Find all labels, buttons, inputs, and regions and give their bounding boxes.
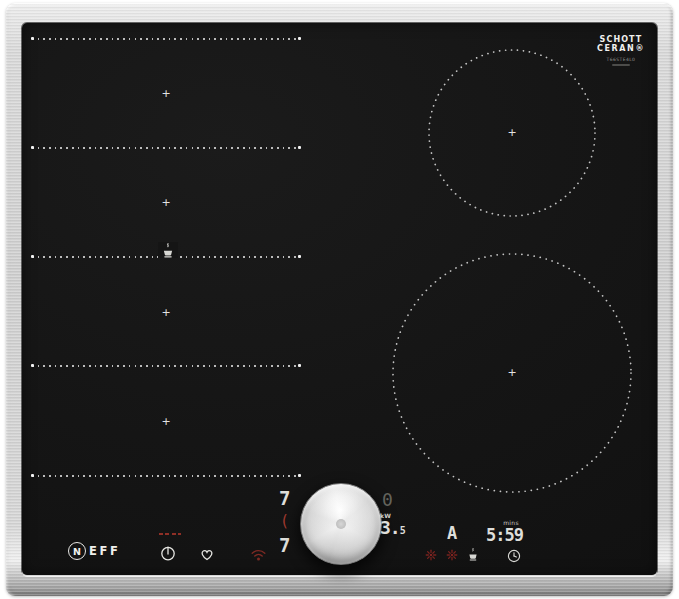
zone-center-marker: + (160, 416, 172, 427)
power-display: kW 3.5 (380, 513, 405, 540)
timer-value-display: 5:59 (486, 525, 523, 545)
schott-logo-line1: SCHOTT (592, 35, 650, 44)
pan-steam-icon[interactable] (466, 547, 480, 561)
power-value-main: 3. (380, 517, 400, 538)
flex-zone-line (32, 475, 300, 477)
pan-steam-icon (158, 242, 178, 258)
ceramic-glass-surface: + + + + + + SCHOTT (22, 23, 657, 575)
left-rear-level-display: 7 (279, 487, 289, 509)
clock-icon[interactable] (507, 549, 521, 563)
timer-auto-indicator: A (447, 523, 456, 543)
neff-logo: N EFF (68, 542, 120, 560)
wifi-icon[interactable] (250, 548, 267, 562)
product-photo: + + + + + + SCHOTT (0, 0, 679, 599)
neff-logo-letters: EFF (89, 544, 120, 558)
heart-icon[interactable] (200, 548, 214, 561)
zone-center-marker: + (506, 367, 518, 378)
model-print: T66STE4L0 (592, 57, 650, 62)
frying-sensor-icon[interactable] (425, 549, 437, 561)
frying-sensor-icon[interactable] (446, 549, 458, 561)
flex-zone-line (32, 365, 300, 367)
power-value: 3.5 (380, 519, 405, 540)
neff-logo-circle: N (68, 542, 86, 560)
zone-center-marker: + (160, 197, 172, 208)
neff-logo-initial: N (73, 546, 81, 557)
main-switch-indicator (159, 533, 181, 535)
model-print-underline (612, 64, 630, 66)
schott-logo-line2: CERAN® (592, 44, 650, 53)
twistpad-knob[interactable] (300, 483, 382, 565)
schott-ceran-logo: SCHOTT CERAN® T66STE4L0 (592, 35, 650, 66)
zone-center-marker: + (160, 88, 172, 99)
left-front-level-display: 7 (279, 534, 289, 556)
stainless-steel-frame: + + + + + + SCHOTT (6, 3, 673, 596)
zone-center-marker: + (160, 307, 172, 318)
power-value-sub: 5 (400, 525, 405, 536)
zone-center-marker: + (506, 127, 518, 138)
flex-zone-line (32, 38, 300, 40)
flex-zone-line (32, 147, 300, 149)
power-standby-icon[interactable] (160, 545, 176, 561)
right-rear-level-display: 0 (382, 489, 392, 510)
zone-bridge-symbol: ( (280, 512, 288, 530)
